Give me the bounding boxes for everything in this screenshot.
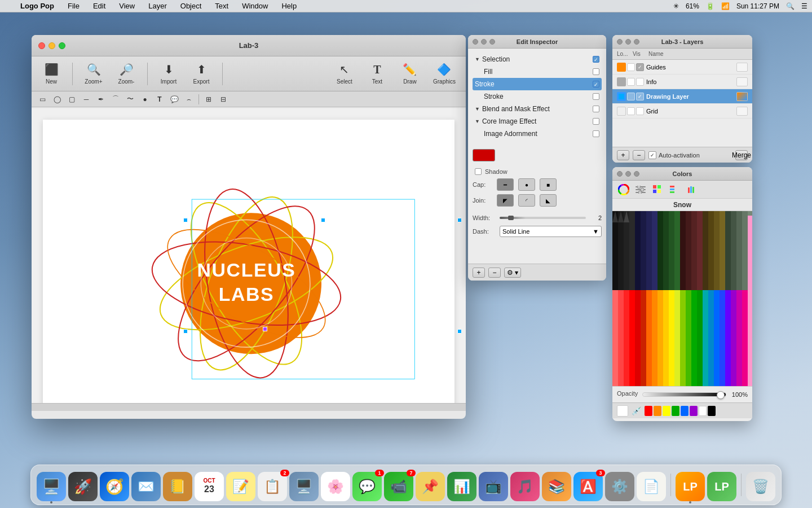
- tool-arrange-1[interactable]: ⊞: [202, 93, 215, 106]
- dock-calendar[interactable]: OCT 23: [195, 472, 224, 501]
- dock-logopop2[interactable]: LP: [707, 472, 736, 501]
- layer-vis-drawing[interactable]: ✓: [636, 93, 644, 100]
- layer-vis-guides[interactable]: ✓: [636, 63, 644, 71]
- layer-lock-drawing[interactable]: [627, 93, 635, 100]
- dock-logopop[interactable]: LP: [676, 472, 705, 501]
- blend-check[interactable]: [593, 106, 599, 112]
- layer-lock-grid[interactable]: [627, 107, 635, 115]
- swatch-green[interactable]: [672, 406, 679, 416]
- layers-minimize[interactable]: [625, 39, 631, 45]
- dock-notes[interactable]: 📝: [226, 472, 255, 501]
- swatch-white[interactable]: [699, 406, 707, 416]
- dock-facetime[interactable]: 📹 7: [384, 472, 413, 501]
- join-btn-miter[interactable]: ◤: [497, 194, 514, 207]
- dock-appstore[interactable]: 🅰️ 3: [573, 472, 603, 501]
- dock-sysprefs[interactable]: ⚙️: [605, 472, 634, 501]
- dock-messages[interactable]: 💬 1: [352, 472, 382, 501]
- menu-edit[interactable]: Edit: [91, 2, 108, 10]
- swatch-purple[interactable]: [690, 406, 698, 416]
- toolbar-new[interactable]: ⬛ New: [37, 60, 65, 87]
- dock-launchpad[interactable]: 🚀: [68, 472, 98, 501]
- swatch-blue[interactable]: [681, 406, 689, 416]
- tool-bezier[interactable]: ⌒: [109, 93, 122, 106]
- colors-minimize[interactable]: [625, 171, 631, 177]
- join-btn-bevel[interactable]: ◣: [540, 194, 557, 207]
- tool-speech[interactable]: 💬: [168, 93, 180, 106]
- canvas-area[interactable]: NUCLEUS LABS: [32, 108, 466, 411]
- color-list-btn[interactable]: [668, 183, 681, 196]
- dock-music[interactable]: 🎵: [510, 472, 540, 501]
- app-name[interactable]: Logo Pop: [18, 2, 56, 10]
- auto-activation-check[interactable]: ✓: [648, 151, 656, 159]
- width-slider[interactable]: [500, 217, 586, 219]
- tool-ellipse[interactable]: ◯: [51, 93, 63, 106]
- minimize-button[interactable]: [48, 42, 55, 49]
- colors-maximize[interactable]: [634, 171, 639, 177]
- toolbar-export[interactable]: ⬆ Export: [187, 60, 215, 87]
- swatch-black[interactable]: [708, 406, 716, 416]
- layers-add-btn[interactable]: +: [617, 150, 629, 160]
- inspector-add-btn[interactable]: +: [473, 268, 485, 278]
- layer-vis-grid[interactable]: [636, 107, 644, 115]
- menu-file[interactable]: File: [65, 2, 82, 10]
- close-button[interactable]: [38, 42, 45, 49]
- cap-btn-square[interactable]: ■: [540, 178, 557, 191]
- opacity-slider[interactable]: [642, 392, 726, 397]
- swatch-yellow[interactable]: [663, 406, 670, 416]
- layer-grid[interactable]: Grid: [612, 104, 752, 119]
- merge-btn[interactable]: Merge: [735, 150, 748, 160]
- inspector-remove-btn[interactable]: −: [488, 268, 501, 278]
- menu-view[interactable]: View: [117, 2, 137, 10]
- toolbar-zoom-out[interactable]: 🔎 Zoom-: [112, 60, 140, 87]
- selection-check[interactable]: [593, 56, 599, 63]
- inspector-minimize[interactable]: [481, 39, 487, 45]
- toolbar-draw[interactable]: ✏️ Draw: [396, 60, 424, 87]
- eyedropper-icon[interactable]: 💉: [632, 406, 641, 415]
- layer-guides[interactable]: ✓ Guides: [612, 60, 752, 75]
- dock-reminders[interactable]: 📋 2: [258, 472, 287, 501]
- h-scrollbar[interactable]: [32, 403, 466, 411]
- menu-window[interactable]: Window: [240, 2, 270, 10]
- handle-tr[interactable]: [457, 218, 462, 222]
- cap-btn-round[interactable]: ●: [518, 178, 535, 191]
- inspector-maximize[interactable]: [489, 39, 495, 45]
- color-sliders-btn[interactable]: [634, 183, 647, 196]
- toolbar-text[interactable]: T Text: [363, 61, 391, 87]
- layers-maximize[interactable]: [634, 39, 639, 45]
- search-icon[interactable]: 🔍: [786, 2, 795, 10]
- toolbar-import[interactable]: ⬇ Import: [155, 60, 183, 87]
- cap-btn-flat[interactable]: ━: [497, 178, 514, 191]
- maximize-button[interactable]: [59, 42, 65, 49]
- shadow-check[interactable]: [475, 168, 482, 175]
- stroke-selected-row[interactable]: Stroke: [473, 78, 602, 90]
- dock-mail[interactable]: ✉️: [131, 472, 161, 501]
- handle-mr[interactable]: [457, 329, 462, 334]
- adornment-check[interactable]: [593, 130, 599, 137]
- layer-drawing[interactable]: ✓ Drawing Layer: [612, 89, 752, 104]
- tool-text2[interactable]: T: [153, 93, 166, 106]
- color-grid-btn[interactable]: [651, 183, 664, 196]
- handle-tm[interactable]: [321, 218, 325, 222]
- toolbar-graphics[interactable]: 🔷 Graphics: [429, 60, 460, 87]
- tool-pen[interactable]: ✒: [95, 93, 107, 106]
- dock-books[interactable]: 📚: [542, 472, 571, 501]
- dock-photos[interactable]: 🌸: [321, 472, 350, 501]
- toolbar-zoom-in[interactable]: 🔍 Zoom+: [80, 60, 108, 87]
- dock-trash[interactable]: 🗑️: [746, 472, 775, 501]
- handle-ml[interactable]: [183, 329, 188, 334]
- dash-select[interactable]: Solid Line ▼: [500, 226, 602, 237]
- pencil-palette[interactable]: [612, 211, 752, 386]
- menu-help[interactable]: Help: [279, 2, 299, 10]
- menu-layer[interactable]: Layer: [146, 2, 169, 10]
- inspector-gear-btn[interactable]: ⚙ ▾: [504, 268, 521, 278]
- layers-remove-btn[interactable]: −: [633, 150, 645, 160]
- handle-tl[interactable]: [183, 218, 188, 222]
- layer-lock-guides[interactable]: [627, 63, 635, 71]
- swatch-orange[interactable]: [654, 406, 661, 416]
- layers-close[interactable]: [617, 39, 623, 45]
- stroke-check[interactable]: [593, 81, 599, 87]
- layer-vis-info[interactable]: [636, 78, 644, 86]
- inspector-close[interactable]: [473, 39, 478, 45]
- tool-rounded-rect[interactable]: ▢: [65, 93, 78, 106]
- colors-close[interactable]: [617, 171, 623, 177]
